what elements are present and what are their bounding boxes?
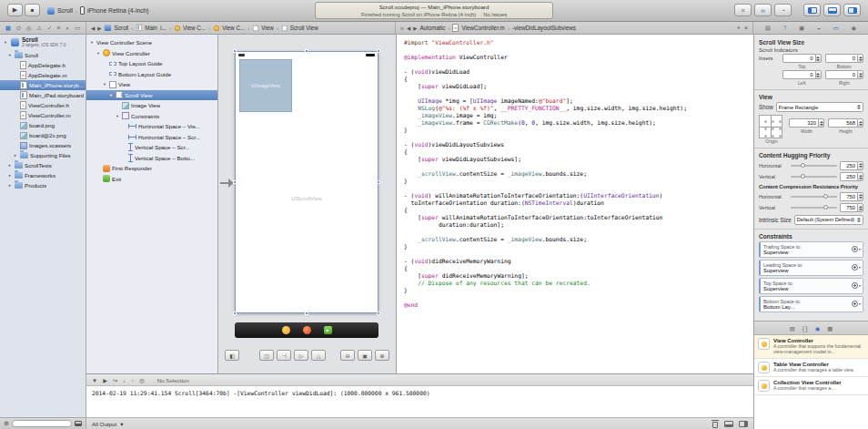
media-library-icon[interactable]: ▦ — [827, 325, 833, 332]
hide-debug-area-button[interactable]: ▼ — [92, 377, 97, 383]
constraint-gear-button[interactable]: ▾ — [852, 246, 861, 252]
assistant-source-editor[interactable]: #import "ViewController.h" @implementati… — [396, 35, 753, 373]
console-output[interactable]: 2014-02-19 11:29:41.154 Scroll[3464:70b]… — [86, 386, 753, 400]
jumpbar-segment[interactable]: View C... — [213, 25, 245, 32]
stepper-icon[interactable] — [857, 118, 863, 128]
priority-field[interactable]: 750 — [840, 192, 863, 201]
outline-row[interactable]: ▾View Controller Scene — [86, 37, 217, 48]
assistant-symbol[interactable]: -viewDidLayoutSubviews — [512, 25, 576, 31]
stepper-icon[interactable] — [818, 118, 824, 128]
library-item[interactable]: View ControllerA controller that support… — [754, 335, 868, 359]
file-row[interactable]: mAppDelegate.m — [0, 70, 86, 80]
code-snippet-library-icon[interactable]: { } — [802, 325, 808, 332]
file-row[interactable]: ▸Products — [0, 180, 86, 190]
disclosure-icon[interactable]: ▸ — [7, 173, 13, 178]
forward-button[interactable]: ▶ — [97, 26, 101, 31]
priority-field-value[interactable]: 250 — [840, 172, 857, 181]
file-row[interactable]: board.png — [0, 120, 86, 130]
file-row[interactable]: hAppDelegate.h — [0, 60, 86, 70]
size-inspector-icon[interactable]: ▭ — [833, 25, 839, 32]
constraint-row[interactable]: Bottom Space to:Bottom Lay...▾ — [759, 296, 863, 312]
outline-row[interactable]: First Responder — [86, 163, 217, 174]
constraint-gear-button[interactable]: ▾ — [852, 301, 861, 307]
stepper-icon[interactable] — [857, 172, 863, 181]
first-responder-icon[interactable] — [303, 326, 311, 334]
outline-row[interactable]: ▾Constraints — [86, 111, 217, 122]
jumpbar-segment[interactable]: Scroll View — [281, 25, 318, 32]
show-dropdown[interactable]: Frame Rectangle — [776, 102, 863, 112]
height-value[interactable]: 568 — [828, 118, 857, 128]
jumpbar-segment[interactable]: View C... — [174, 25, 206, 32]
selection-handle[interactable] — [233, 180, 237, 184]
test-navigator-icon[interactable]: ✓ — [47, 25, 52, 32]
debug-pane-toggle[interactable] — [823, 4, 841, 16]
priority-field-value[interactable]: 750 — [840, 192, 857, 201]
file-template-library-icon[interactable]: ▤ — [790, 325, 795, 332]
inset-left-field-value[interactable]: 0 — [782, 70, 815, 79]
jumpbar-segment[interactable]: Main_i... — [136, 24, 167, 32]
selection-handle[interactable] — [233, 312, 237, 315]
image-view[interactable]: UIImageView — [239, 59, 292, 112]
inset-top-field-value[interactable]: 0 — [782, 54, 815, 63]
selection-handle[interactable] — [305, 49, 308, 53]
outline-row[interactable]: Vertical Space – Botto... — [86, 153, 217, 164]
outline-row[interactable]: Horizontal Space – Vie... — [86, 121, 217, 132]
add-assistant-editor-button[interactable]: + — [737, 25, 741, 31]
slider-thumb-icon[interactable] — [801, 174, 805, 179]
slider-thumb-icon[interactable] — [823, 205, 828, 209]
outline-row[interactable]: Exit — [86, 174, 217, 185]
intrinsic-size-dropdown[interactable]: Default (System Defined) — [794, 215, 863, 225]
disclosure-icon[interactable]: ▾ — [7, 53, 13, 57]
outline-row[interactable]: ▾Scroll View — [86, 90, 217, 101]
priority-field[interactable]: 250 — [840, 172, 863, 181]
inset-right-field[interactable]: 0 — [825, 70, 864, 79]
constraint-row[interactable]: Trailing Space to:Superview▾ — [759, 241, 863, 258]
exit-icon[interactable]: ▶ — [324, 326, 332, 334]
zoom-fit-button[interactable]: ▣ — [358, 350, 372, 361]
constraint-row[interactable]: Top Space to:Superview▾ — [759, 278, 863, 294]
filter-field[interactable] — [12, 420, 72, 427]
stepper-icon[interactable] — [857, 161, 863, 170]
quick-help-inspector-icon[interactable]: ? — [783, 25, 787, 31]
priority-field-value[interactable]: 250 — [840, 161, 857, 170]
priority-field[interactable]: 250 — [840, 161, 863, 170]
selection-handle[interactable] — [305, 312, 308, 315]
view-controller-icon[interactable] — [282, 326, 290, 334]
constraint-gear-button[interactable]: ▾ — [852, 282, 861, 289]
file-row[interactable]: hViewController.h — [0, 100, 86, 110]
project-navigator-icon[interactable]: ▦ — [5, 25, 11, 32]
issues-badge[interactable]: No Issues — [483, 11, 507, 18]
navigator-pane-toggle[interactable] — [803, 4, 821, 16]
disclosure-icon[interactable]: ▾ — [3, 40, 8, 45]
width-value[interactable]: 320 — [789, 118, 818, 128]
stepper-icon[interactable] — [857, 54, 863, 63]
disclosure-icon[interactable]: ▾ — [96, 51, 101, 56]
selection-handle[interactable] — [377, 312, 380, 315]
object-library-icon[interactable]: ◉ — [815, 325, 821, 332]
tracking-icon[interactable]: ∞ — [400, 26, 404, 31]
stop-button[interactable]: ■ — [25, 4, 40, 16]
disclosure-icon[interactable]: ▾ — [102, 82, 107, 87]
jumpbar-segment[interactable]: Scroll — [104, 24, 128, 32]
file-row[interactable]: ▸Frameworks — [0, 170, 86, 180]
selection-handle[interactable] — [233, 49, 237, 53]
symbol-navigator-icon[interactable]: ⊙ — [16, 25, 21, 32]
resizing-behavior-button[interactable]: △ — [311, 350, 326, 361]
log-navigator-icon[interactable]: ▭ — [75, 25, 80, 32]
identity-inspector-icon[interactable]: ▣ — [799, 25, 804, 32]
interface-builder-jump-bar[interactable]: ◀ ▶ Scroll›Main_i...›View C...›View C...… — [86, 22, 396, 34]
disclosure-icon[interactable]: ▾ — [108, 93, 114, 97]
zoom-out-button[interactable]: ⊖ — [340, 350, 355, 361]
inset-bottom-field[interactable]: 0 — [825, 54, 864, 63]
resolve-autolayout-button[interactable]: ▷ — [294, 350, 308, 361]
selection-handle[interactable] — [377, 180, 380, 184]
selection-handle[interactable] — [377, 49, 380, 53]
outline-row[interactable]: Image View — [86, 100, 217, 111]
disclosure-icon[interactable]: ▸ — [7, 183, 13, 188]
step-into-button[interactable]: ↓ — [123, 377, 126, 383]
back-button[interactable]: ◀ — [91, 26, 95, 31]
file-row[interactable]: mViewController.m — [0, 110, 86, 120]
stepper-icon[interactable] — [857, 70, 863, 79]
priority-slider[interactable] — [791, 207, 837, 209]
priority-slider[interactable] — [791, 165, 837, 167]
